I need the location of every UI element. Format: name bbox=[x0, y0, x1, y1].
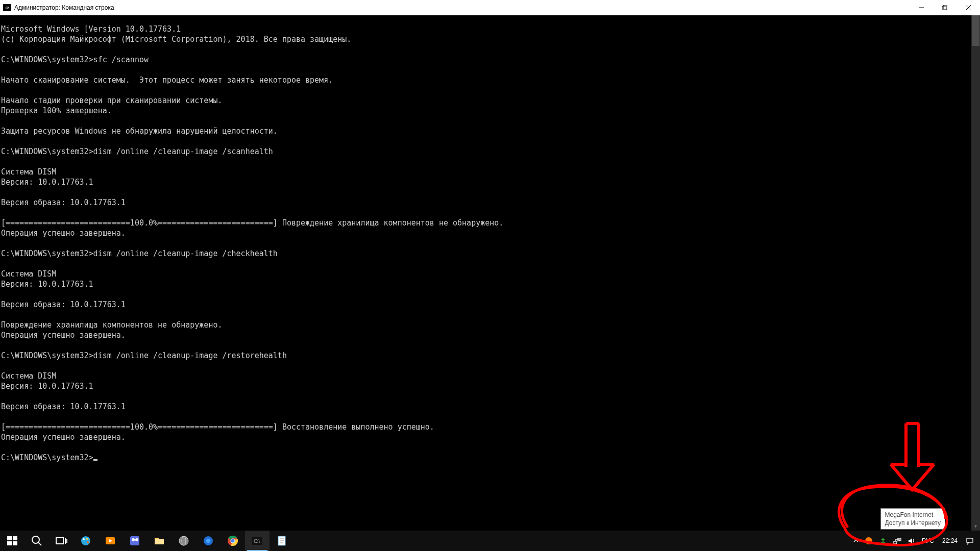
svg-point-33 bbox=[206, 539, 210, 543]
tray-clock[interactable]: 22:24 bbox=[937, 531, 963, 551]
svg-rect-13 bbox=[13, 541, 17, 545]
svg-marker-46 bbox=[909, 538, 912, 543]
windows-icon bbox=[6, 535, 18, 547]
svg-rect-1 bbox=[942, 6, 946, 10]
task-view-icon bbox=[55, 535, 67, 547]
maximize-button[interactable] bbox=[933, 0, 957, 15]
window-title: Администратор: Командная строка bbox=[14, 4, 114, 11]
tray-antivirus-icon[interactable] bbox=[862, 531, 876, 551]
svg-point-20 bbox=[83, 538, 85, 540]
taskbar-chrome[interactable] bbox=[220, 531, 245, 551]
search-button[interactable] bbox=[24, 531, 49, 551]
svg-point-36 bbox=[231, 539, 235, 543]
explorer-icon bbox=[153, 535, 165, 547]
taskbar-notepad[interactable] bbox=[270, 531, 294, 551]
taskbar: C:\ РУС 22:24 bbox=[0, 531, 980, 551]
tray-overflow-button[interactable] bbox=[850, 531, 862, 551]
cmd-icon: C:\ bbox=[3, 4, 11, 11]
taskbar-app-6[interactable] bbox=[196, 531, 220, 551]
taskbar-app-5[interactable] bbox=[172, 531, 196, 551]
taskbar-app-4[interactable] bbox=[147, 531, 172, 551]
cmd-taskbar-icon: C:\ bbox=[251, 535, 263, 547]
svg-rect-47 bbox=[967, 538, 973, 542]
show-desktop-button[interactable] bbox=[977, 531, 980, 551]
taskbar-app-3[interactable] bbox=[122, 531, 147, 551]
scroll-thumb[interactable] bbox=[972, 15, 979, 46]
paint-icon bbox=[80, 535, 92, 547]
start-button[interactable] bbox=[0, 531, 24, 551]
tray-volume-icon[interactable] bbox=[904, 531, 919, 551]
tray-network-icon[interactable] bbox=[890, 531, 904, 551]
vertical-scrollbar[interactable]: ▲ ▼ bbox=[971, 15, 980, 531]
svg-rect-12 bbox=[7, 541, 12, 545]
network-tooltip: MegaFon Internet Доступ к Интернету bbox=[880, 508, 945, 530]
svg-rect-11 bbox=[13, 536, 17, 540]
app-circle-icon bbox=[202, 535, 214, 547]
globe-icon bbox=[178, 535, 190, 547]
search-icon bbox=[31, 535, 43, 547]
command-prompt-window: C:\ Администратор: Командная строка Micr… bbox=[0, 0, 980, 531]
close-button[interactable] bbox=[957, 0, 980, 15]
svg-rect-2 bbox=[943, 5, 947, 9]
svg-point-22 bbox=[87, 541, 89, 543]
people-icon bbox=[129, 535, 141, 547]
svg-rect-44 bbox=[894, 541, 897, 544]
svg-rect-28 bbox=[155, 539, 164, 544]
svg-rect-10 bbox=[7, 536, 12, 540]
svg-rect-25 bbox=[130, 536, 139, 545]
svg-text:C:\: C:\ bbox=[254, 538, 260, 544]
title-bar[interactable]: C:\ Администратор: Командная строка bbox=[0, 0, 980, 15]
svg-point-19 bbox=[81, 536, 90, 545]
svg-point-14 bbox=[32, 536, 39, 543]
system-tray: РУС 22:24 bbox=[850, 531, 980, 551]
task-view-button[interactable] bbox=[49, 531, 74, 551]
tray-usb-icon[interactable] bbox=[876, 531, 890, 551]
tooltip-line1: MegaFon Internet bbox=[885, 511, 941, 519]
notepad-icon bbox=[276, 535, 288, 547]
console-area[interactable]: Microsoft Windows [Version 10.0.17763.1 … bbox=[0, 15, 980, 531]
svg-rect-16 bbox=[56, 538, 63, 544]
video-icon bbox=[104, 535, 116, 547]
taskbar-app-1[interactable] bbox=[74, 531, 98, 551]
svg-point-43 bbox=[865, 537, 872, 544]
tray-language[interactable]: РУС bbox=[919, 531, 937, 551]
svg-line-15 bbox=[38, 542, 41, 545]
taskbar-cmd[interactable]: C:\ bbox=[245, 531, 270, 551]
chrome-icon bbox=[227, 535, 239, 547]
svg-point-26 bbox=[132, 538, 135, 541]
svg-point-27 bbox=[135, 538, 138, 541]
svg-point-21 bbox=[86, 538, 88, 540]
scroll-down-arrow[interactable]: ▼ bbox=[971, 522, 980, 531]
taskbar-app-2[interactable] bbox=[98, 531, 122, 551]
action-center-button[interactable] bbox=[963, 531, 977, 551]
console-output: Microsoft Windows [Version 10.0.17763.1 … bbox=[1, 24, 971, 463]
tooltip-line2: Доступ к Интернету bbox=[885, 519, 941, 527]
minimize-button[interactable] bbox=[910, 0, 933, 15]
